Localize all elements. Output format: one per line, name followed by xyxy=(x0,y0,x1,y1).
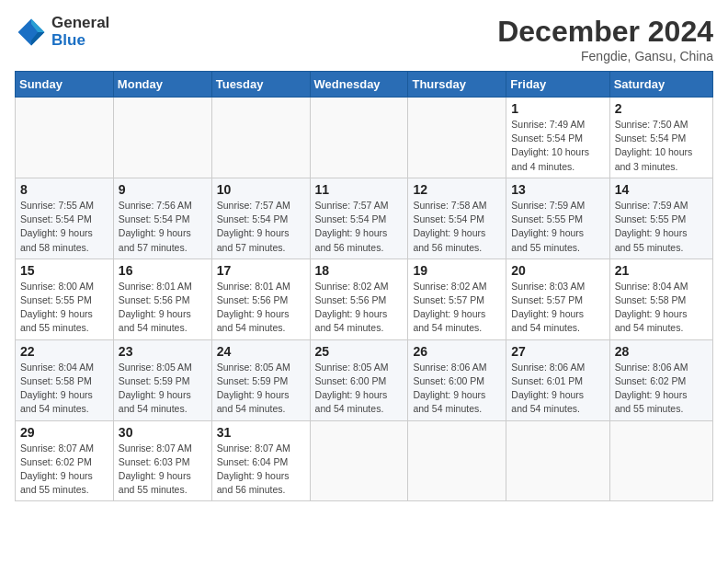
day-cell-23: 23Sunrise: 8:05 AMSunset: 5:59 PMDayligh… xyxy=(113,339,211,420)
day-number: 30 xyxy=(119,425,207,440)
week-row-3: 22Sunrise: 8:04 AMSunset: 5:58 PMDayligh… xyxy=(16,339,713,420)
day-number: 11 xyxy=(315,182,404,197)
day-cell-22: 22Sunrise: 8:04 AMSunset: 5:58 PMDayligh… xyxy=(16,339,114,420)
day-info: Sunrise: 8:05 AMSunset: 6:00 PMDaylight:… xyxy=(315,361,404,417)
logo: General Blue xyxy=(15,15,109,49)
day-number: 29 xyxy=(20,425,108,440)
day-cell-14: 14Sunrise: 7:59 AMSunset: 5:55 PMDayligh… xyxy=(609,178,712,259)
day-cell-24: 24Sunrise: 8:05 AMSunset: 5:59 PMDayligh… xyxy=(211,339,310,420)
empty-cell xyxy=(408,420,506,501)
day-cell-16: 16Sunrise: 8:01 AMSunset: 5:56 PMDayligh… xyxy=(113,259,211,339)
header-thursday: Thursday xyxy=(408,72,506,98)
day-cell-9: 9Sunrise: 7:56 AMSunset: 5:54 PMDaylight… xyxy=(113,178,211,259)
day-info: Sunrise: 8:04 AMSunset: 5:58 PMDaylight:… xyxy=(615,280,708,336)
day-cell-20: 20Sunrise: 8:03 AMSunset: 5:57 PMDayligh… xyxy=(506,259,609,339)
day-number: 8 xyxy=(20,182,108,197)
header-sunday: Sunday xyxy=(16,72,114,98)
day-number: 24 xyxy=(217,344,305,359)
week-row-2: 15Sunrise: 8:00 AMSunset: 5:55 PMDayligh… xyxy=(16,259,713,339)
day-number: 23 xyxy=(119,344,207,359)
title-area: December 2024 Fengdie, Gansu, China xyxy=(497,15,713,63)
calendar-title: December 2024 xyxy=(497,15,713,49)
header-saturday: Saturday xyxy=(609,72,712,98)
day-number: 10 xyxy=(217,182,305,197)
calendar-header-row: SundayMondayTuesdayWednesdayThursdayFrid… xyxy=(16,72,713,98)
day-info: Sunrise: 8:06 AMSunset: 6:02 PMDaylight:… xyxy=(615,361,708,417)
day-info: Sunrise: 7:57 AMSunset: 5:54 PMDaylight:… xyxy=(315,199,404,255)
day-cell-18: 18Sunrise: 8:02 AMSunset: 5:56 PMDayligh… xyxy=(310,259,408,339)
day-info: Sunrise: 8:04 AMSunset: 5:58 PMDaylight:… xyxy=(20,361,108,417)
day-number: 19 xyxy=(413,263,501,278)
header: General Blue December 2024 Fengdie, Gans… xyxy=(15,15,713,63)
day-number: 22 xyxy=(20,344,108,359)
day-cell-21: 21Sunrise: 8:04 AMSunset: 5:58 PMDayligh… xyxy=(609,259,712,339)
day-info: Sunrise: 7:59 AMSunset: 5:55 PMDaylight:… xyxy=(511,199,604,255)
header-monday: Monday xyxy=(113,72,211,98)
day-info: Sunrise: 8:07 AMSunset: 6:04 PMDaylight:… xyxy=(217,442,305,498)
day-number: 20 xyxy=(511,263,604,278)
logo-text: General Blue xyxy=(51,15,109,49)
day-cell-15: 15Sunrise: 8:00 AMSunset: 5:55 PMDayligh… xyxy=(16,259,114,339)
day-info: Sunrise: 8:06 AMSunset: 6:00 PMDaylight:… xyxy=(413,361,501,417)
day-cell-27: 27Sunrise: 8:06 AMSunset: 6:01 PMDayligh… xyxy=(506,339,609,420)
day-number: 14 xyxy=(615,182,708,197)
calendar-table: SundayMondayTuesdayWednesdayThursdayFrid… xyxy=(15,71,713,501)
day-cell-28: 28Sunrise: 8:06 AMSunset: 6:02 PMDayligh… xyxy=(609,339,712,420)
day-cell-13: 13Sunrise: 7:59 AMSunset: 5:55 PMDayligh… xyxy=(506,178,609,259)
day-cell-17: 17Sunrise: 8:01 AMSunset: 5:56 PMDayligh… xyxy=(211,259,310,339)
day-info: Sunrise: 7:49 AMSunset: 5:54 PMDaylight:… xyxy=(511,118,604,174)
day-info: Sunrise: 8:03 AMSunset: 5:57 PMDaylight:… xyxy=(511,280,604,336)
day-number: 27 xyxy=(511,344,604,359)
week-row-4: 29Sunrise: 8:07 AMSunset: 6:02 PMDayligh… xyxy=(16,420,713,501)
day-cell-10: 10Sunrise: 7:57 AMSunset: 5:54 PMDayligh… xyxy=(211,178,310,259)
day-info: Sunrise: 8:01 AMSunset: 5:56 PMDaylight:… xyxy=(119,280,207,336)
day-info: Sunrise: 7:50 AMSunset: 5:54 PMDaylight:… xyxy=(615,118,708,174)
day-number: 12 xyxy=(413,182,501,197)
day-info: Sunrise: 8:02 AMSunset: 5:57 PMDaylight:… xyxy=(413,280,501,336)
header-tuesday: Tuesday xyxy=(211,72,310,98)
day-cell-26: 26Sunrise: 8:06 AMSunset: 6:00 PMDayligh… xyxy=(408,339,506,420)
empty-cell xyxy=(609,420,712,501)
day-info: Sunrise: 8:05 AMSunset: 5:59 PMDaylight:… xyxy=(119,361,207,417)
empty-cell xyxy=(310,98,408,178)
calendar-body: 1Sunrise: 7:49 AMSunset: 5:54 PMDaylight… xyxy=(16,98,713,501)
day-info: Sunrise: 8:02 AMSunset: 5:56 PMDaylight:… xyxy=(315,280,404,336)
day-info: Sunrise: 8:07 AMSunset: 6:03 PMDaylight:… xyxy=(119,442,207,498)
day-info: Sunrise: 7:55 AMSunset: 5:54 PMDaylight:… xyxy=(20,199,108,255)
day-number: 21 xyxy=(615,263,708,278)
empty-cell xyxy=(408,98,506,178)
day-info: Sunrise: 7:56 AMSunset: 5:54 PMDaylight:… xyxy=(119,199,207,255)
day-number: 31 xyxy=(217,425,305,440)
day-number: 13 xyxy=(511,182,604,197)
day-info: Sunrise: 7:59 AMSunset: 5:55 PMDaylight:… xyxy=(615,199,708,255)
header-friday: Friday xyxy=(506,72,609,98)
day-number: 26 xyxy=(413,344,501,359)
empty-cell xyxy=(16,98,114,178)
day-info: Sunrise: 8:00 AMSunset: 5:55 PMDaylight:… xyxy=(20,280,108,336)
day-cell-1: 1Sunrise: 7:49 AMSunset: 5:54 PMDaylight… xyxy=(506,98,609,178)
day-number: 15 xyxy=(20,263,108,278)
day-cell-2: 2Sunrise: 7:50 AMSunset: 5:54 PMDaylight… xyxy=(609,98,712,178)
day-number: 28 xyxy=(615,344,708,359)
day-number: 1 xyxy=(511,101,604,116)
empty-cell xyxy=(113,98,211,178)
week-row-1: 8Sunrise: 7:55 AMSunset: 5:54 PMDaylight… xyxy=(16,178,713,259)
day-number: 9 xyxy=(119,182,207,197)
week-row-0: 1Sunrise: 7:49 AMSunset: 5:54 PMDaylight… xyxy=(16,98,713,178)
day-number: 16 xyxy=(119,263,207,278)
day-info: Sunrise: 7:58 AMSunset: 5:54 PMDaylight:… xyxy=(413,199,501,255)
day-info: Sunrise: 8:06 AMSunset: 6:01 PMDaylight:… xyxy=(511,361,604,417)
header-wednesday: Wednesday xyxy=(310,72,408,98)
day-info: Sunrise: 7:57 AMSunset: 5:54 PMDaylight:… xyxy=(217,199,305,255)
day-number: 25 xyxy=(315,344,404,359)
day-cell-31: 31Sunrise: 8:07 AMSunset: 6:04 PMDayligh… xyxy=(211,420,310,501)
day-cell-30: 30Sunrise: 8:07 AMSunset: 6:03 PMDayligh… xyxy=(113,420,211,501)
day-cell-11: 11Sunrise: 7:57 AMSunset: 5:54 PMDayligh… xyxy=(310,178,408,259)
day-number: 17 xyxy=(217,263,305,278)
empty-cell xyxy=(506,420,609,501)
day-info: Sunrise: 8:07 AMSunset: 6:02 PMDaylight:… xyxy=(20,442,108,498)
day-cell-25: 25Sunrise: 8:05 AMSunset: 6:00 PMDayligh… xyxy=(310,339,408,420)
day-number: 18 xyxy=(315,263,404,278)
logo-icon xyxy=(15,16,48,49)
day-info: Sunrise: 8:01 AMSunset: 5:56 PMDaylight:… xyxy=(217,280,305,336)
